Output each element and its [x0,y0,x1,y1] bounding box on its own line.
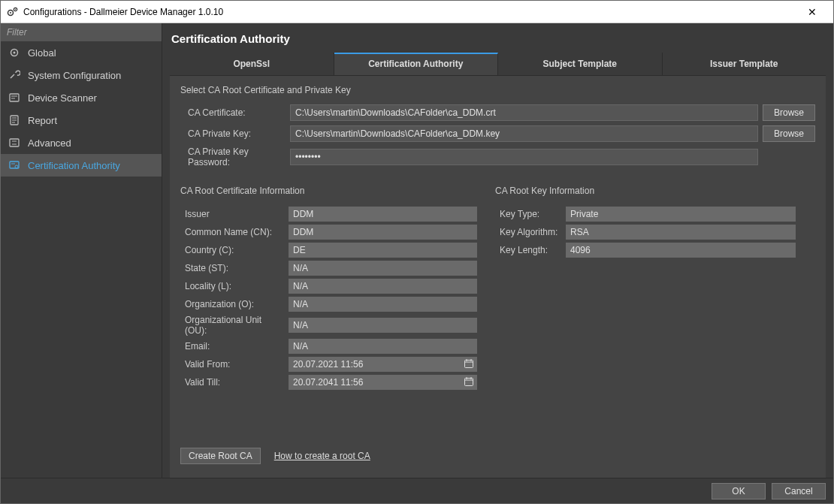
tabs: OpenSsl Certification Authority Subject … [170,53,826,76]
ca-private-key-label: CA Private Key: [180,128,286,139]
country-label: Country (C): [180,245,286,255]
browse-key-button[interactable]: Browse [763,125,815,142]
cancel-button[interactable]: Cancel [772,483,826,499]
svg-point-1 [10,12,11,14]
window-title: Configurations - Dallmeier Device Manage… [23,7,797,17]
report-icon [8,114,22,126]
valid-till-value: 20.07.2041 11:56 [289,375,477,390]
calendar-icon[interactable] [464,358,474,369]
ca-private-key-password-input[interactable] [290,149,758,165]
valid-till-label: Valid Till: [180,377,286,388]
svg-point-5 [14,52,16,54]
locality-value: N/A [289,279,477,294]
main-panel: Certification Authority OpenSsl Certific… [162,23,833,478]
row-valid-till: Valid Till: 20.07.2041 11:56 [180,375,477,390]
valid-from-text: 20.07.2021 11:56 [293,359,363,370]
sidebar-item-label: System Configuration [28,70,121,81]
state-value: N/A [289,261,477,276]
issuer-label: Issuer [180,209,286,219]
valid-from-label: Valid From: [180,359,286,370]
svg-rect-16 [10,161,19,168]
dialog-footer: OK Cancel [1,478,833,503]
svg-rect-6 [10,94,19,101]
tab-issuer-template[interactable]: Issuer Template [663,53,826,75]
wrench-gear-icon [8,69,22,81]
cert-info-column: CA Root Certificate Information Issuer D… [180,186,477,393]
organizational-unit-label: Organizational Unit (OU): [180,315,286,336]
row-key-algorithm: Key Algorithm: RSA [495,225,796,240]
info-columns: CA Root Certificate Information Issuer D… [180,186,815,393]
ca-certificate-input[interactable] [290,104,758,121]
sidebar-item-report[interactable]: Report [1,109,162,131]
key-type-label: Key Type: [495,209,563,219]
calendar-icon[interactable] [464,376,474,387]
email-value: N/A [289,339,477,354]
sidebar-item-label: Global [28,47,56,59]
valid-till-text: 20.07.2041 11:56 [293,377,363,388]
ca-private-key-input[interactable] [290,125,758,142]
row-country: Country (C): DE [180,243,477,258]
sidebar: Filter Global System Configuration Devic… [1,23,162,478]
organizational-unit-value: N/A [289,318,477,333]
tab-content: Select CA Root Certificate and Private K… [170,76,826,478]
sidebar-item-label: Certification Authority [28,160,120,171]
valid-from-value: 20.07.2021 11:56 [289,357,477,372]
row-state: State (ST): N/A [180,261,477,276]
browse-cert-button[interactable]: Browse [763,104,815,121]
row-issuer: Issuer DDM [180,207,477,222]
create-root-ca-button[interactable]: Create Root CA [180,448,261,464]
common-name-label: Common Name (CN): [180,227,286,237]
ok-button[interactable]: OK [712,483,766,499]
sidebar-item-advanced[interactable]: Advanced [1,131,162,154]
svg-point-3 [15,8,16,9]
filter-placeholder: Filter [7,27,27,38]
sidebar-item-system-configuration[interactable]: System Configuration [1,64,162,86]
advanced-icon [8,137,22,149]
filter-input[interactable]: Filter [1,23,162,41]
key-algorithm-label: Key Algorithm: [495,227,563,237]
page-title: Certification Authority [170,28,826,53]
config-window: Configurations - Dallmeier Device Manage… [0,0,834,504]
select-ca-heading: Select CA Root Certificate and Private K… [180,85,815,95]
state-label: State (ST): [180,263,286,273]
issuer-value: DDM [289,207,477,222]
email-label: Email: [180,341,286,352]
ca-private-key-password-label: CA Private Key Password: [180,146,286,167]
sidebar-item-certification-authority[interactable]: Certification Authority [1,154,162,177]
sidebar-item-label: Device Scanner [28,92,97,104]
row-key-type: Key Type: Private [495,207,796,222]
ca-certificate-label: CA Certificate: [180,107,286,118]
howto-link[interactable]: How to create a root CA [274,451,370,461]
key-info-heading: CA Root Key Information [495,186,796,196]
row-locality: Locality (L): N/A [180,279,477,294]
sidebar-item-label: Report [28,115,57,126]
key-length-value: 4096 [566,243,796,258]
sidebar-item-device-scanner[interactable]: Device Scanner [1,86,162,109]
row-ca-certificate: CA Certificate: Browse [180,104,815,121]
row-ca-private-key-password: CA Private Key Password: [180,146,815,167]
key-length-label: Key Length: [495,245,563,255]
gears-icon [7,6,19,18]
row-ca-private-key: CA Private Key: Browse [180,125,815,142]
sidebar-item-global[interactable]: Global [1,41,162,64]
gear-icon [8,47,22,59]
actions-row: Create Root CA How to create a root CA [180,442,815,469]
row-organization: Organization (O): N/A [180,297,477,312]
key-type-value: Private [566,207,796,222]
organization-label: Organization (O): [180,299,286,309]
tab-certification-authority[interactable]: Certification Authority [334,53,499,75]
row-organizational-unit: Organizational Unit (OU): N/A [180,315,477,336]
common-name-value: DDM [289,225,477,240]
tab-subject-template[interactable]: Subject Template [498,53,663,75]
tab-openssl[interactable]: OpenSsl [170,53,334,75]
country-value: DE [289,243,477,258]
svg-rect-23 [465,379,473,386]
window-body: Filter Global System Configuration Devic… [1,23,833,478]
organization-value: N/A [289,297,477,312]
key-info-column: CA Root Key Information Key Type: Privat… [495,186,796,393]
row-key-length: Key Length: 4096 [495,243,796,258]
row-valid-from: Valid From: 20.07.2021 11:56 [180,357,477,372]
close-icon[interactable]: ✕ [797,6,827,18]
key-algorithm-value: RSA [566,225,796,240]
svg-rect-13 [10,139,19,146]
